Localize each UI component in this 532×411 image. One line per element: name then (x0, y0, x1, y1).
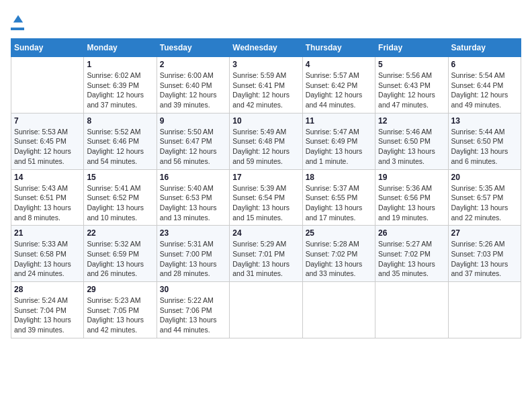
day-number: 28 (14, 285, 81, 294)
calendar-cell: 3Sunrise: 5:59 AM Sunset: 6:41 PM Daylig… (230, 57, 302, 113)
day-info: Sunrise: 5:27 AM Sunset: 7:02 PM Dayligh… (378, 239, 445, 279)
calendar-cell: 6Sunrise: 5:54 AM Sunset: 6:44 PM Daylig… (448, 57, 521, 113)
day-number: 8 (87, 116, 153, 126)
logo-text (11, 11, 24, 26)
calendar-cell: 28Sunrise: 5:24 AM Sunset: 7:04 PM Dayli… (11, 282, 84, 338)
day-info: Sunrise: 5:57 AM Sunset: 6:42 PM Dayligh… (306, 71, 372, 110)
day-number: 12 (378, 116, 445, 126)
calendar-cell: 18Sunrise: 5:37 AM Sunset: 6:55 PM Dayli… (302, 169, 375, 226)
day-info: Sunrise: 5:44 AM Sunset: 6:50 PM Dayligh… (451, 127, 518, 167)
calendar-week-row: 28Sunrise: 5:24 AM Sunset: 7:04 PM Dayli… (11, 282, 521, 338)
day-info: Sunrise: 5:40 AM Sunset: 6:53 PM Dayligh… (160, 183, 226, 223)
day-info: Sunrise: 5:37 AM Sunset: 6:55 PM Dayligh… (306, 183, 372, 223)
day-number: 22 (87, 228, 153, 238)
day-info: Sunrise: 6:00 AM Sunset: 6:40 PM Dayligh… (160, 71, 226, 110)
column-header-thursday: Thursday (302, 39, 375, 57)
svg-marker-0 (13, 15, 23, 23)
day-number: 7 (14, 116, 81, 126)
calendar-cell: 19Sunrise: 5:36 AM Sunset: 6:56 PM Dayli… (375, 169, 448, 226)
day-info: Sunrise: 5:53 AM Sunset: 6:45 PM Dayligh… (14, 127, 81, 167)
calendar-cell: 12Sunrise: 5:46 AM Sunset: 6:50 PM Dayli… (375, 113, 448, 169)
day-number: 9 (160, 116, 226, 126)
column-header-friday: Friday (375, 39, 448, 57)
day-number: 3 (232, 60, 299, 69)
day-info: Sunrise: 5:31 AM Sunset: 7:00 PM Dayligh… (160, 239, 226, 279)
day-info: Sunrise: 5:49 AM Sunset: 6:48 PM Dayligh… (232, 127, 299, 167)
column-header-monday: Monday (84, 39, 157, 57)
day-info: Sunrise: 5:36 AM Sunset: 6:56 PM Dayligh… (378, 183, 445, 223)
calendar-cell (11, 57, 84, 113)
calendar-cell: 7Sunrise: 5:53 AM Sunset: 6:45 PM Daylig… (11, 113, 84, 169)
calendar-cell: 9Sunrise: 5:50 AM Sunset: 6:47 PM Daylig… (157, 113, 229, 169)
logo-bar (11, 28, 24, 30)
day-number: 27 (451, 228, 518, 238)
calendar-cell: 11Sunrise: 5:47 AM Sunset: 6:49 PM Dayli… (302, 113, 375, 169)
calendar-cell: 26Sunrise: 5:27 AM Sunset: 7:02 PM Dayli… (375, 226, 448, 282)
calendar-cell: 1Sunrise: 6:02 AM Sunset: 6:39 PM Daylig… (84, 57, 157, 113)
day-number: 10 (232, 116, 299, 126)
day-number: 4 (306, 60, 372, 69)
day-info: Sunrise: 5:29 AM Sunset: 7:01 PM Dayligh… (232, 239, 299, 279)
day-info: Sunrise: 5:33 AM Sunset: 6:58 PM Dayligh… (14, 239, 81, 279)
day-info: Sunrise: 5:28 AM Sunset: 7:02 PM Dayligh… (306, 239, 372, 279)
column-header-sunday: Sunday (11, 39, 84, 57)
calendar-cell: 5Sunrise: 5:56 AM Sunset: 6:43 PM Daylig… (375, 57, 448, 113)
calendar-cell: 10Sunrise: 5:49 AM Sunset: 6:48 PM Dayli… (230, 113, 302, 169)
day-number: 30 (160, 285, 226, 294)
calendar-cell (230, 282, 302, 338)
calendar-cell: 24Sunrise: 5:29 AM Sunset: 7:01 PM Dayli… (230, 226, 302, 282)
day-number: 1 (87, 60, 153, 69)
calendar-cell (448, 282, 521, 338)
day-number: 5 (378, 60, 445, 69)
calendar-week-row: 7Sunrise: 5:53 AM Sunset: 6:45 PM Daylig… (11, 113, 521, 169)
day-info: Sunrise: 5:59 AM Sunset: 6:41 PM Dayligh… (232, 71, 299, 110)
day-number: 2 (160, 60, 226, 69)
day-number: 29 (87, 285, 153, 294)
calendar-week-row: 14Sunrise: 5:43 AM Sunset: 6:51 PM Dayli… (11, 169, 521, 226)
calendar-table: SundayMondayTuesdayWednesdayThursdayFrid… (11, 38, 521, 338)
day-number: 26 (378, 228, 445, 238)
day-number: 13 (451, 116, 518, 126)
calendar-cell: 23Sunrise: 5:31 AM Sunset: 7:00 PM Dayli… (157, 226, 229, 282)
day-number: 21 (14, 228, 81, 238)
day-number: 15 (87, 173, 153, 182)
day-info: Sunrise: 5:56 AM Sunset: 6:43 PM Dayligh… (378, 71, 445, 110)
day-info: Sunrise: 5:46 AM Sunset: 6:50 PM Dayligh… (378, 127, 445, 167)
day-number: 20 (451, 173, 518, 182)
day-info: Sunrise: 5:43 AM Sunset: 6:51 PM Dayligh… (14, 183, 81, 223)
column-header-saturday: Saturday (448, 39, 521, 57)
calendar-header-row: SundayMondayTuesdayWednesdayThursdayFrid… (11, 39, 521, 57)
day-info: Sunrise: 5:32 AM Sunset: 6:59 PM Dayligh… (87, 239, 153, 279)
day-number: 6 (451, 60, 518, 69)
page-header (11, 11, 521, 30)
day-info: Sunrise: 5:23 AM Sunset: 7:05 PM Dayligh… (87, 295, 153, 335)
day-number: 23 (160, 228, 226, 238)
day-number: 24 (232, 228, 299, 238)
day-number: 25 (306, 228, 372, 238)
calendar-cell (375, 282, 448, 338)
logo (11, 11, 24, 30)
logo-icon (12, 13, 24, 25)
day-info: Sunrise: 6:02 AM Sunset: 6:39 PM Dayligh… (87, 71, 153, 110)
calendar-cell: 13Sunrise: 5:44 AM Sunset: 6:50 PM Dayli… (448, 113, 521, 169)
calendar-cell: 25Sunrise: 5:28 AM Sunset: 7:02 PM Dayli… (302, 226, 375, 282)
calendar-cell: 8Sunrise: 5:52 AM Sunset: 6:46 PM Daylig… (84, 113, 157, 169)
calendar-cell: 4Sunrise: 5:57 AM Sunset: 6:42 PM Daylig… (302, 57, 375, 113)
day-number: 11 (306, 116, 372, 126)
column-header-wednesday: Wednesday (230, 39, 302, 57)
day-number: 16 (160, 173, 226, 182)
day-info: Sunrise: 5:26 AM Sunset: 7:03 PM Dayligh… (451, 239, 518, 279)
day-info: Sunrise: 5:24 AM Sunset: 7:04 PM Dayligh… (14, 295, 81, 335)
day-info: Sunrise: 5:35 AM Sunset: 6:57 PM Dayligh… (451, 183, 518, 223)
column-header-tuesday: Tuesday (157, 39, 229, 57)
calendar-cell (302, 282, 375, 338)
calendar-cell: 22Sunrise: 5:32 AM Sunset: 6:59 PM Dayli… (84, 226, 157, 282)
day-number: 19 (378, 173, 445, 182)
day-info: Sunrise: 5:54 AM Sunset: 6:44 PM Dayligh… (451, 71, 518, 110)
calendar-cell: 17Sunrise: 5:39 AM Sunset: 6:54 PM Dayli… (230, 169, 302, 226)
day-info: Sunrise: 5:50 AM Sunset: 6:47 PM Dayligh… (160, 127, 226, 167)
calendar-cell: 15Sunrise: 5:41 AM Sunset: 6:52 PM Dayli… (84, 169, 157, 226)
calendar-cell: 21Sunrise: 5:33 AM Sunset: 6:58 PM Dayli… (11, 226, 84, 282)
day-number: 18 (306, 173, 372, 182)
day-info: Sunrise: 5:52 AM Sunset: 6:46 PM Dayligh… (87, 127, 153, 167)
